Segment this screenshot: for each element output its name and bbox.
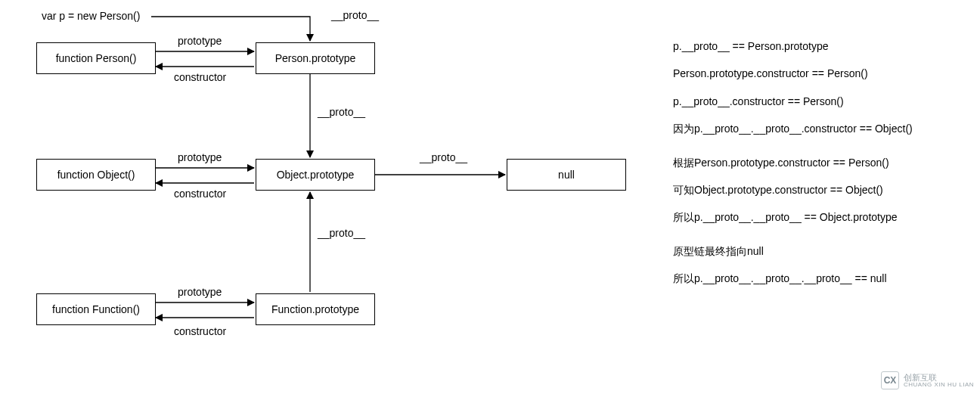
box-null: null: [507, 159, 626, 191]
label-constructor-person: constructor: [174, 71, 226, 83]
watermark-sub: CHUANG XIN HU LIAN: [904, 382, 974, 389]
label-prototype-person: prototype: [178, 35, 222, 47]
box-object-prototype: Object.prototype: [256, 159, 375, 191]
label-constructor-function: constructor: [174, 325, 226, 337]
note-line-8: 原型链最终指向null: [673, 243, 913, 259]
box-function-person: function Person(): [36, 42, 156, 74]
note-line-2: Person.prototype.constructor == Person(): [673, 65, 913, 82]
label-proto-person-to-object: __proto__: [318, 106, 365, 118]
note-line-1: p.__proto__ == Person.prototype: [673, 38, 913, 54]
label-proto-function-to-object: __proto__: [318, 227, 365, 239]
label-prototype-function: prototype: [178, 286, 222, 298]
box-function-object: function Object(): [36, 159, 156, 191]
label-proto-p-to-person: __proto__: [331, 9, 379, 21]
note-line-9: 所以p.__proto__.__proto__.__proto__ == nul…: [673, 270, 913, 287]
note-line-3: p.__proto__.constructor == Person(): [673, 93, 913, 110]
watermark-brand: 创新互联: [904, 373, 974, 382]
label-constructor-object: constructor: [174, 188, 226, 200]
note-line-7: 所以p.__proto__.__proto__ == Object.protot…: [673, 209, 913, 225]
watermark: CX 创新互联 CHUANG XIN HU LIAN: [881, 371, 974, 389]
box-function-prototype: Function.prototype: [256, 293, 375, 325]
label-proto-object-to-null: __proto__: [420, 151, 467, 163]
note-line-6: 可知Object.prototype.constructor == Object…: [673, 181, 913, 198]
explanation-notes: p.__proto__ == Person.prototype Person.p…: [673, 38, 913, 298]
watermark-logo-icon: CX: [881, 371, 899, 389]
label-prototype-object: prototype: [178, 151, 222, 163]
note-line-5: 根据Person.prototype.constructor == Person…: [673, 154, 913, 171]
box-person-prototype: Person.prototype: [256, 42, 375, 74]
var-p-declaration: var p = new Person(): [42, 10, 140, 22]
note-line-4: 因为p.__proto__.__proto__.constructor == O…: [673, 120, 913, 137]
box-function-function: function Function(): [36, 293, 156, 325]
